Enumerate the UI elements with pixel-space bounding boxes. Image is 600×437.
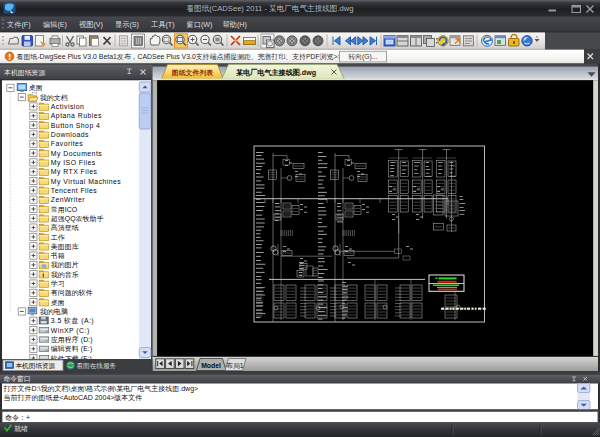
svg-text:命令窗口: 命令窗口 xyxy=(4,375,31,383)
svg-text:超强QQ农牧助手: 超强QQ农牧助手 xyxy=(51,215,104,223)
svg-text:布局1: 布局1 xyxy=(225,362,243,370)
svg-text:Favorites: Favorites xyxy=(51,140,83,147)
svg-text:Button Shop 4: Button Shop 4 xyxy=(51,122,101,130)
svg-text:学习: 学习 xyxy=(51,280,65,287)
svg-text:视图(V): 视图(V) xyxy=(79,20,103,29)
svg-text:文件(F): 文件(F) xyxy=(7,20,31,29)
svg-text:我的音乐: 我的音乐 xyxy=(51,271,79,279)
svg-text:看图在线服务: 看图在线服务 xyxy=(77,362,117,370)
svg-text:3.5 软盘 (A:): 3.5 软盘 (A:) xyxy=(51,317,94,325)
svg-text:应用程序 (D:): 应用程序 (D:) xyxy=(51,336,93,344)
svg-text:本机图纸资源: 本机图纸资源 xyxy=(16,362,56,370)
svg-text:Activision: Activision xyxy=(51,103,85,110)
svg-text:图纸文件列表: 图纸文件列表 xyxy=(172,69,213,77)
svg-text:Aptana Rubles: Aptana Rubles xyxy=(51,112,102,120)
svg-text:Tencent Files: Tencent Files xyxy=(51,187,98,194)
svg-text:看图纸-DwgSee Plus V3.0 Beta1发布，C: 看图纸-DwgSee Plus V3.0 Beta1发布，CADSee Plus… xyxy=(17,53,346,61)
svg-text:就绪: 就绪 xyxy=(14,425,28,433)
svg-text:当前打开的图纸是<AutoCAD 2004>版本文件: 当前打开的图纸是<AutoCAD 2004>版本文件 xyxy=(4,393,143,402)
svg-text:帮助(H): 帮助(H) xyxy=(223,20,247,29)
svg-text:高清壁纸: 高清壁纸 xyxy=(51,224,79,232)
svg-text:My Documents: My Documents xyxy=(51,150,102,158)
svg-text:Downloads: Downloads xyxy=(51,131,89,138)
svg-text:我的文档: 我的文档 xyxy=(40,94,68,102)
svg-text:常用ICO: 常用ICO xyxy=(51,206,78,214)
svg-text:My Virtual Machines: My Virtual Machines xyxy=(51,178,122,186)
svg-text:我的图片: 我的图片 xyxy=(51,261,79,269)
svg-text:有问题的软件: 有问题的软件 xyxy=(51,289,93,297)
svg-text:工作: 工作 xyxy=(51,234,65,241)
svg-text:某电厂电气主接线图.dwg: 某电厂电气主接线图.dwg xyxy=(236,68,316,77)
svg-text:Model: Model xyxy=(201,362,221,369)
svg-text:命令：+: 命令：+ xyxy=(5,414,30,422)
svg-text:书籍: 书籍 xyxy=(50,252,65,260)
svg-text:打开文件D:\我的文档\桌面\格式示例\某电厂电气主接线图.: 打开文件D:\我的文档\桌面\格式示例\某电厂电气主接线图.dwg> xyxy=(3,384,199,393)
svg-text:My ISO Files: My ISO Files xyxy=(51,159,96,167)
svg-text:转向(G)...: 转向(G)... xyxy=(348,53,377,61)
svg-text:编辑资料 (E:): 编辑资料 (E:) xyxy=(51,345,92,353)
svg-text:工具(T): 工具(T) xyxy=(151,20,175,29)
svg-text:窗口(W): 窗口(W) xyxy=(187,20,213,29)
svg-text:看图纸(CADSee) 2011 - 某电厂电气主接线图.d: 看图纸(CADSee) 2011 - 某电厂电气主接线图.dwg xyxy=(187,4,354,13)
svg-text:编辑(E): 编辑(E) xyxy=(43,20,67,29)
svg-text:ZenWriter: ZenWriter xyxy=(51,196,85,203)
svg-text:桌面: 桌面 xyxy=(51,299,65,306)
svg-text:我的电脑: 我的电脑 xyxy=(40,307,68,316)
svg-text:My RTX Files: My RTX Files xyxy=(51,168,98,176)
svg-text:本机图纸资源: 本机图纸资源 xyxy=(4,69,45,77)
svg-text:桌面: 桌面 xyxy=(29,84,43,91)
svg-text:WinXP (C:): WinXP (C:) xyxy=(51,327,90,335)
svg-text:美图图库: 美图图库 xyxy=(51,243,79,250)
svg-text:显示(S): 显示(S) xyxy=(115,20,139,29)
